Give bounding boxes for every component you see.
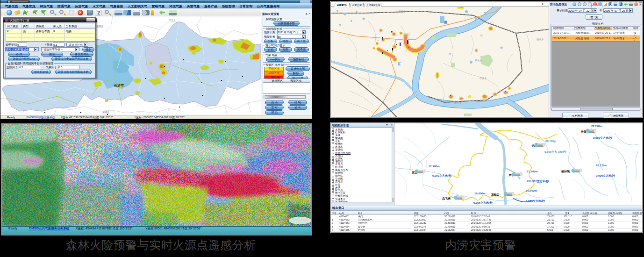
svg-text:建设乡: 建设乡 [454, 101, 461, 105]
svg-text:鸟飞洲: 鸟飞洲 [442, 197, 451, 200]
svg-text:26.126m: 26.126m [596, 164, 607, 167]
svg-text:柳林闸: 柳林闸 [561, 170, 570, 173]
svg-text:0.000立方 //20/秒: 0.000立方 //20/秒 [544, 150, 566, 154]
svg-text:长沙市: 长沙市 [114, 83, 124, 87]
svg-text:平江县: 平江县 [169, 19, 176, 22]
svg-text:考连乡: 考连乡 [399, 10, 406, 13]
svg-text:21.549m: 21.549m [527, 170, 538, 173]
svg-text:湘: 湘 [444, 21, 447, 24]
svg-text:08.100g: 08.100g [545, 140, 556, 143]
svg-text:436.312立方米/秒: 436.312立方米/秒 [527, 179, 549, 183]
svg-text:0.060立方米/秒: 0.060立方米/秒 [526, 199, 545, 203]
svg-text:湘潭县: 湘潭县 [102, 111, 109, 114]
svg-text:城连乡: 城连乡 [403, 33, 410, 36]
svg-text:0.000立方米/秒: 0.000立方米/秒 [432, 174, 452, 178]
svg-text:湘阴县: 湘阴县 [96, 25, 103, 28]
svg-text:0.006立方米/秒: 0.006立方米/秒 [473, 201, 493, 205]
svg-text:19.460m: 19.460m [474, 192, 486, 195]
svg-text:江: 江 [397, 62, 401, 66]
svg-text:草船口: 草船口 [491, 193, 500, 197]
svg-text:16.240m: 16.240m [526, 189, 537, 192]
svg-text:双城乡: 双城乡 [475, 59, 482, 62]
svg-text:27.798m: 27.798m [591, 125, 602, 128]
svg-text:0.000立方米/秒: 0.000立方米/秒 [596, 174, 615, 178]
svg-text:钢城乡: 钢城乡 [537, 38, 544, 41]
svg-text:0.000立方米/秒: 0.000立方米/秒 [593, 136, 613, 140]
svg-text:12.980m: 12.980m [429, 165, 440, 168]
svg-text:跃进乡: 跃进乡 [479, 77, 487, 80]
